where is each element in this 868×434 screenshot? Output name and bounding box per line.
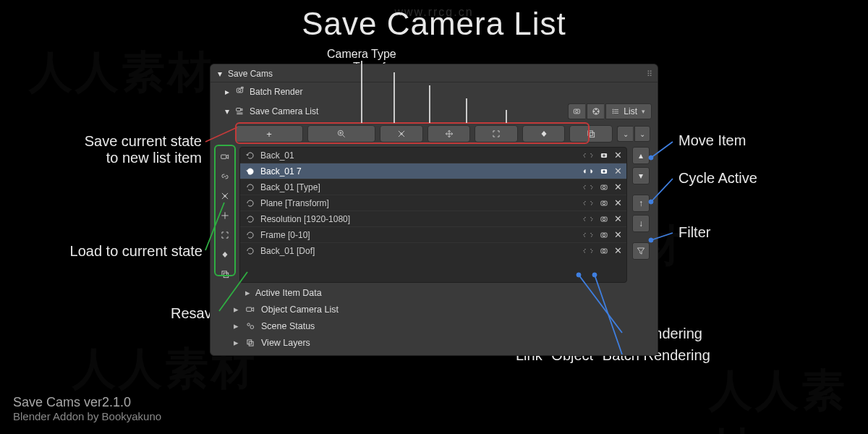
- batch-object-icon[interactable]: [598, 246, 610, 256]
- svg-point-31: [603, 154, 605, 157]
- batch-object-icon[interactable]: [598, 166, 610, 176]
- callout-save-current: Save current state to new list item: [39, 133, 202, 166]
- resave-icon[interactable]: [244, 246, 256, 256]
- batch-list-icon[interactable]: [582, 198, 594, 208]
- resave-icon[interactable]: [244, 182, 256, 192]
- remove-button[interactable]: ✕: [614, 166, 622, 176]
- batch-list-icon[interactable]: [582, 150, 594, 161]
- resave-icon[interactable]: [244, 150, 256, 161]
- list-item-label: Back_01: [260, 150, 578, 161]
- disclosure-icon[interactable]: [216, 69, 224, 79]
- active-item-data-label: Active Item Data: [255, 288, 322, 298]
- object-camera-list-header[interactable]: Object Camera List: [210, 301, 658, 318]
- resave-icon[interactable]: [244, 166, 256, 176]
- panel-header[interactable]: Save Cams ⠿: [210, 66, 658, 82]
- batch-render-header[interactable]: Batch Render: [210, 82, 658, 101]
- frame-range-button[interactable]: [522, 125, 566, 142]
- load-frame-icon[interactable]: [216, 246, 234, 263]
- svg-point-43: [603, 250, 605, 252]
- list-item[interactable]: Back_01 [Dof] ✕: [240, 242, 626, 258]
- remove-button[interactable]: ✕: [614, 213, 622, 224]
- callout-load-current: Load to current state: [51, 243, 203, 260]
- cycle-next-button[interactable]: ↓: [632, 215, 650, 232]
- list-item-label: Back_01 7: [260, 166, 578, 176]
- disclosure-icon[interactable]: [232, 320, 239, 331]
- list-item[interactable]: Frame [0-10] ✕: [240, 226, 626, 242]
- svg-point-16: [613, 109, 613, 110]
- save-cams-panel: Save Cams ⠿ Batch Render Save Camera Lis…: [210, 64, 658, 356]
- resave-icon[interactable]: [244, 198, 256, 208]
- watermark-text: 人人素材: [29, 43, 214, 102]
- disclosure-icon[interactable]: [224, 106, 231, 116]
- resave-icon[interactable]: [244, 230, 256, 240]
- load-dof-icon[interactable]: [216, 265, 234, 283]
- batch-list-icon[interactable]: [582, 246, 594, 256]
- view-mode-dropdown[interactable]: List ▾: [605, 103, 652, 119]
- panel-title: Save Cams: [228, 69, 273, 79]
- disclosure-icon[interactable]: [232, 337, 239, 348]
- batch-list-icon[interactable]: [582, 182, 594, 192]
- load-transform-icon[interactable]: [216, 207, 234, 224]
- toolbar: + ⌄ ⌄: [210, 122, 658, 145]
- list-item[interactable]: Resolution [1920-1080] ✕: [240, 210, 626, 226]
- depth-of-field-button[interactable]: [569, 125, 613, 142]
- load-resolution-icon[interactable]: [216, 226, 234, 244]
- list-item[interactable]: Back_01 [Type] ✕: [240, 179, 626, 195]
- list-item-label: Resolution [1920-1080]: [260, 214, 578, 224]
- svg-point-11: [597, 111, 599, 112]
- list-side-buttons: ▴ ▾ ↑ ↓: [631, 147, 650, 283]
- save-camera-list-label: Save Camera List: [250, 106, 318, 116]
- batch-object-icon[interactable]: [598, 230, 610, 240]
- remove-button[interactable]: ✕: [614, 182, 622, 192]
- film-reel-icon[interactable]: [587, 103, 604, 119]
- disclosure-icon[interactable]: [232, 304, 239, 315]
- svg-point-9: [595, 109, 597, 110]
- batch-list-icon[interactable]: [582, 230, 594, 240]
- batch-render-label: Batch Render: [250, 87, 302, 97]
- remove-button[interactable]: ✕: [614, 229, 622, 240]
- batch-list-icon[interactable]: [582, 214, 594, 224]
- view-layers-header[interactable]: View Layers: [210, 334, 658, 351]
- save-camera-list-header[interactable]: Save Camera List List ▾: [210, 101, 658, 122]
- add-button[interactable]: +: [235, 125, 303, 142]
- zoom-add-button[interactable]: [307, 125, 375, 142]
- list-item[interactable]: Plane [Transform] ✕: [240, 195, 626, 210]
- resolution-button[interactable]: [475, 125, 518, 142]
- resave-icon[interactable]: [244, 214, 256, 224]
- disclosure-icon[interactable]: [224, 87, 231, 97]
- transform-button[interactable]: [427, 125, 471, 142]
- batch-object-icon[interactable]: [598, 198, 610, 208]
- active-item-data-header[interactable]: Active Item Data: [210, 284, 658, 301]
- svg-rect-2: [242, 87, 243, 88]
- camera-list[interactable]: Back_01 ✕ Back_01 7 ✕ Back_01 [Type]: [239, 147, 627, 283]
- remove-button[interactable]: ✕: [614, 197, 622, 208]
- scene-status-header[interactable]: Scene Status: [210, 318, 658, 334]
- chevron-down-icon[interactable]: ⌄: [634, 126, 650, 142]
- batch-list-icon[interactable]: [582, 166, 594, 176]
- load-link-icon[interactable]: [216, 168, 234, 185]
- list-item[interactable]: Back_01 ✕: [240, 148, 626, 163]
- camera-icon: [235, 85, 245, 98]
- camera-type-button[interactable]: [380, 125, 423, 142]
- filter-button[interactable]: [632, 242, 650, 260]
- list-item[interactable]: Back_01 7 ✕: [240, 163, 626, 179]
- chevron-down-icon[interactable]: ⌄: [617, 126, 633, 142]
- load-camera-type-icon[interactable]: [216, 187, 234, 205]
- drag-grip-icon[interactable]: ⠿: [647, 69, 652, 79]
- batch-object-icon[interactable]: [598, 214, 610, 224]
- header-icon-group: List ▾: [568, 103, 652, 119]
- batch-object-icon[interactable]: [598, 150, 610, 161]
- layers-icon: [244, 338, 257, 348]
- move-up-button[interactable]: ▴: [632, 147, 650, 164]
- watermark-text: 人人素材: [709, 362, 868, 434]
- remove-button[interactable]: ✕: [614, 150, 622, 161]
- footer-author: Blender Addon by Bookyakuno: [13, 410, 161, 424]
- svg-point-41: [603, 234, 605, 237]
- cycle-prev-button[interactable]: ↑: [632, 195, 650, 212]
- load-video-icon[interactable]: [216, 148, 234, 166]
- batch-object-icon[interactable]: [598, 182, 610, 192]
- move-down-button[interactable]: ▾: [632, 167, 650, 184]
- camera-icon[interactable]: [568, 103, 585, 119]
- disclosure-icon[interactable]: [244, 287, 251, 298]
- remove-button[interactable]: ✕: [614, 245, 622, 256]
